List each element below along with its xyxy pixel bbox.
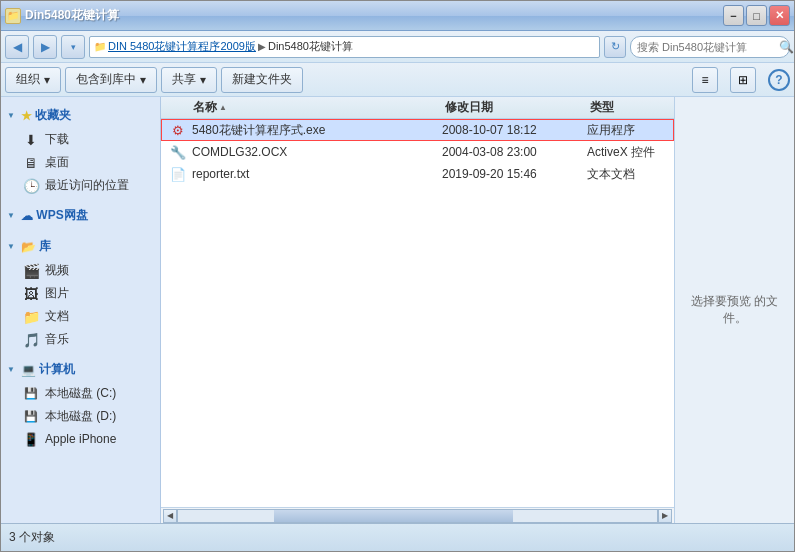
- sidebar-item-video[interactable]: 🎬 视频: [1, 259, 160, 282]
- sidebar-wps-section: ▼ ☁ WPS网盘: [1, 203, 160, 228]
- drive-d-icon: 💾: [23, 409, 39, 425]
- preview-panel: 选择要预览 的文件。: [674, 97, 794, 523]
- breadcrumb-icon: 📁: [94, 41, 106, 52]
- video-label: 视频: [45, 262, 69, 279]
- computer-arrow: ▼: [7, 365, 17, 374]
- scroll-left-button[interactable]: ◀: [163, 509, 177, 523]
- scroll-thumb[interactable]: [274, 510, 514, 522]
- sidebar-favorites-section: ▼ ★ 收藏夹 ⬇ 下载 🖥 桌面 🕒 最近访问的位置: [1, 103, 160, 197]
- share-arrow: ▾: [200, 73, 206, 87]
- library-folder-icon: 📂: [21, 240, 36, 254]
- file-icon-2: 📄: [170, 166, 186, 182]
- toolbar: 组织 ▾ 包含到库中 ▾ 共享 ▾ 新建文件夹 ≡ ⊞ ?: [1, 63, 794, 97]
- include-lib-arrow: ▾: [140, 73, 146, 87]
- sidebar-computer-header[interactable]: ▼ 💻 计算机: [1, 357, 160, 382]
- maximize-button[interactable]: □: [746, 5, 767, 26]
- share-button[interactable]: 共享 ▾: [161, 67, 217, 93]
- scroll-track[interactable]: [177, 509, 658, 523]
- sidebar-item-pictures[interactable]: 🖼 图片: [1, 282, 160, 305]
- file-date-0: 2008-10-07 18:12: [442, 123, 587, 137]
- breadcrumb-item-1[interactable]: DIN 5480花键计算程序2009版: [108, 39, 256, 54]
- file-date-2: 2019-09-20 15:46: [442, 167, 587, 181]
- file-name-0: 5480花键计算程序式.exe: [192, 122, 442, 139]
- sort-arrow-icon: ▲: [219, 103, 227, 112]
- wps-arrow: ▼: [7, 211, 17, 220]
- file-type-0: 应用程序: [587, 122, 674, 139]
- scroll-right-button[interactable]: ▶: [658, 509, 672, 523]
- file-row-0[interactable]: ⚙ 5480花键计算程序式.exe 2008-10-07 18:12 应用程序 …: [161, 119, 674, 141]
- download-label: 下载: [45, 131, 69, 148]
- col-header-type[interactable]: 类型: [590, 99, 674, 116]
- sidebar-computer-section: ▼ 💻 计算机 💾 本地磁盘 (C:) 💾 本地磁盘 (D:) 📱 Apple …: [1, 357, 160, 450]
- file-row-2[interactable]: 📄 reporter.txt 2019-09-20 15:46 文本文档: [161, 163, 674, 185]
- search-input[interactable]: [637, 41, 775, 53]
- view-button-2[interactable]: ⊞: [730, 67, 756, 93]
- include-lib-label: 包含到库中: [76, 71, 136, 88]
- refresh-button[interactable]: ↻: [604, 36, 626, 58]
- main-area: ▼ ★ 收藏夹 ⬇ 下载 🖥 桌面 🕒 最近访问的位置: [1, 97, 794, 523]
- organize-button[interactable]: 组织 ▾: [5, 67, 61, 93]
- dropdown-button[interactable]: ▾: [61, 35, 85, 59]
- music-label: 音乐: [45, 331, 69, 348]
- file-list: ⚙ 5480花键计算程序式.exe 2008-10-07 18:12 应用程序 …: [161, 119, 674, 507]
- sidebar-library-header[interactable]: ▼ 📂 库: [1, 234, 160, 259]
- column-headers: 名称 ▲ 修改日期 类型 大小: [161, 97, 674, 119]
- new-folder-button[interactable]: 新建文件夹: [221, 67, 303, 93]
- file-icon-0: ⚙: [170, 122, 186, 138]
- drive-c-label: 本地磁盘 (C:): [45, 385, 116, 402]
- sidebar-item-iphone[interactable]: 📱 Apple iPhone: [1, 428, 160, 450]
- share-label: 共享: [172, 71, 196, 88]
- desktop-label: 桌面: [45, 154, 69, 171]
- sidebar-item-download[interactable]: ⬇ 下载: [1, 128, 160, 151]
- close-button[interactable]: ✕: [769, 5, 790, 26]
- video-icon: 🎬: [23, 263, 39, 279]
- desktop-icon: 🖥: [23, 155, 39, 171]
- preview-text: 选择要预览 的文件。: [683, 293, 786, 327]
- scrollbar-row: ◀ ▶: [161, 507, 674, 523]
- recent-label: 最近访问的位置: [45, 177, 129, 194]
- organize-arrow: ▾: [44, 73, 50, 87]
- include-lib-button[interactable]: 包含到库中 ▾: [65, 67, 157, 93]
- organize-label: 组织: [16, 71, 40, 88]
- computer-label: 计算机: [39, 361, 75, 378]
- content-area: 名称 ▲ 修改日期 类型 大小 ⚙ 5480花键计算程序式.exe: [161, 97, 674, 523]
- pictures-icon: 🖼: [23, 286, 39, 302]
- address-bar: ◀ ▶ ▾ 📁 DIN 5480花键计算程序2009版 ▶ Din5480花键计…: [1, 31, 794, 63]
- sidebar-favorites-header[interactable]: ▼ ★ 收藏夹: [1, 103, 160, 128]
- sidebar-item-music[interactable]: 🎵 音乐: [1, 328, 160, 351]
- sidebar-item-docs[interactable]: 📁 文档: [1, 305, 160, 328]
- library-label: 库: [39, 238, 51, 255]
- file-row-1[interactable]: 🔧 COMDLG32.OCX 2004-03-08 23:00 ActiveX …: [161, 141, 674, 163]
- wps-label: WPS网盘: [36, 207, 87, 224]
- docs-label: 文档: [45, 308, 69, 325]
- music-icon: 🎵: [23, 332, 39, 348]
- help-button[interactable]: ?: [768, 69, 790, 91]
- col-header-date[interactable]: 修改日期: [445, 99, 590, 116]
- file-name-2: reporter.txt: [192, 167, 442, 181]
- drive-d-label: 本地磁盘 (D:): [45, 408, 116, 425]
- pictures-label: 图片: [45, 285, 69, 302]
- forward-button[interactable]: ▶: [33, 35, 57, 59]
- file-date-1: 2004-03-08 23:00: [442, 145, 587, 159]
- cloud-icon: ☁: [21, 209, 33, 223]
- sidebar-wps-header[interactable]: ▼ ☁ WPS网盘: [1, 203, 160, 228]
- search-button[interactable]: 🔍: [779, 39, 794, 55]
- iphone-icon: 📱: [23, 431, 39, 447]
- view-button[interactable]: ≡: [692, 67, 718, 93]
- download-icon: ⬇: [23, 132, 39, 148]
- breadcrumb-item-2: Din5480花键计算: [268, 39, 353, 54]
- sidebar-item-drive-c[interactable]: 💾 本地磁盘 (C:): [1, 382, 160, 405]
- search-box: 🔍: [630, 36, 790, 58]
- sidebar-item-recent[interactable]: 🕒 最近访问的位置: [1, 174, 160, 197]
- sidebar-item-drive-d[interactable]: 💾 本地磁盘 (D:): [1, 405, 160, 428]
- status-text: 3 个对象: [9, 529, 55, 546]
- file-name-1: COMDLG32.OCX: [192, 145, 442, 159]
- col-header-name[interactable]: 名称 ▲: [165, 99, 445, 116]
- computer-icon: 💻: [21, 363, 36, 377]
- sidebar-item-desktop[interactable]: 🖥 桌面: [1, 151, 160, 174]
- minimize-button[interactable]: −: [723, 5, 744, 26]
- breadcrumb-sep-1: ▶: [258, 41, 266, 52]
- status-bar: 3 个对象: [1, 523, 794, 551]
- back-button[interactable]: ◀: [5, 35, 29, 59]
- sidebar: ▼ ★ 收藏夹 ⬇ 下载 🖥 桌面 🕒 最近访问的位置: [1, 97, 161, 523]
